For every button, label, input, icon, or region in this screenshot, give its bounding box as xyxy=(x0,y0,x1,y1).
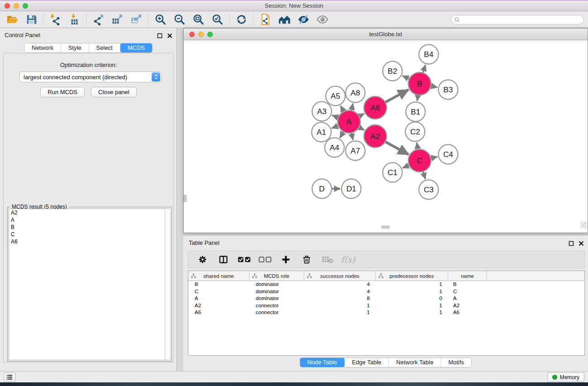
status-bar: Memory xyxy=(0,371,588,382)
mcds-result-item[interactable]: A6 xyxy=(9,238,165,245)
zoom-out-icon xyxy=(173,14,186,25)
table-cell: B xyxy=(449,281,488,288)
tab-mcds[interactable]: MCDS xyxy=(120,43,152,52)
select-all-columns-icon xyxy=(238,255,251,264)
column-header-MCDS-role[interactable]: MCDS role xyxy=(249,271,305,281)
new-network-from-selection-button[interactable] xyxy=(257,13,274,27)
mcds-result-item[interactable]: A2 xyxy=(9,209,165,216)
node-table: shared nameMCDS rolesuccessor nodesprede… xyxy=(188,271,585,356)
refresh-layout-button[interactable] xyxy=(233,13,250,27)
table-cell: 4 xyxy=(305,288,376,295)
table-cell: A2 xyxy=(188,302,249,310)
float-panel-icon[interactable] xyxy=(157,32,163,38)
open-session-button[interactable] xyxy=(4,13,21,27)
mcds-result-scrollbar[interactable] xyxy=(165,209,171,360)
table-cell: connector xyxy=(249,302,305,310)
table-cell: dominator xyxy=(249,288,305,295)
close-window-button[interactable] xyxy=(5,3,10,9)
zoom-selected-icon xyxy=(211,14,224,25)
tab-style[interactable]: Style xyxy=(61,43,89,52)
memory-button[interactable]: Memory xyxy=(547,372,584,382)
tab-node-table[interactable]: Node Table xyxy=(300,358,345,367)
show-graphics-details-icon xyxy=(278,14,291,25)
table-cell: dominator xyxy=(249,295,305,302)
network-zoom-button[interactable] xyxy=(207,32,213,37)
vertical-scrollbar-thumb[interactable] xyxy=(184,195,186,202)
deselect-all-columns-button[interactable] xyxy=(257,253,272,267)
node-label-B4: B4 xyxy=(424,50,434,59)
import-table-button[interactable] xyxy=(66,13,83,27)
toolbar-separator xyxy=(86,14,86,25)
table-panel-header: Table Panel xyxy=(183,238,588,248)
import-network-icon xyxy=(49,14,62,25)
export-image-button[interactable] xyxy=(128,13,145,27)
delete-column-button[interactable] xyxy=(299,253,314,267)
table-row[interactable]: Adominator80A xyxy=(188,295,584,302)
close-panel-icon[interactable] xyxy=(167,32,172,38)
column-header-predecessor-nodes[interactable]: predecessor nodes xyxy=(376,271,448,281)
hide-selected-button[interactable] xyxy=(295,13,312,27)
select-all-columns-button[interactable] xyxy=(236,253,252,267)
tab-network-table[interactable]: Network Table xyxy=(389,358,441,367)
table-row[interactable]: A2connector11A2 xyxy=(188,302,584,310)
mcds-result-item[interactable]: A xyxy=(9,216,165,224)
show-all-button[interactable] xyxy=(314,13,331,27)
table-row[interactable]: A6connector11A6 xyxy=(188,309,584,316)
function-builder-icon: f(x) xyxy=(341,255,355,264)
memory-status-dot xyxy=(552,375,557,380)
export-network-icon xyxy=(92,14,105,25)
tab-edge-table[interactable]: Edge Table xyxy=(344,358,389,367)
refresh-layout-icon xyxy=(235,14,248,25)
task-history-button[interactable] xyxy=(4,372,15,382)
delete-table-icon xyxy=(322,255,333,264)
close-panel-button[interactable]: Close panel xyxy=(91,87,137,97)
network-minimize-button[interactable] xyxy=(198,32,204,37)
table-cell: 1 xyxy=(376,309,449,316)
horizontal-scrollbar-thumb[interactable] xyxy=(382,226,389,229)
import-table-icon xyxy=(68,14,81,25)
control-panel-tabs: NetworkStyleSelectMCDS xyxy=(24,43,153,53)
zoom-selected-button[interactable] xyxy=(209,13,226,27)
node-label-A1: A1 xyxy=(317,128,326,137)
save-session-icon xyxy=(25,14,38,25)
network-canvas[interactable]: B4B2BB3A5A8A6B1A3AA1C2A2A4A7C4CC1C3DD1 xyxy=(184,40,588,229)
zoom-window-button[interactable] xyxy=(23,3,28,9)
show-column-panel-button[interactable] xyxy=(215,253,231,267)
mcds-result-item[interactable]: B xyxy=(9,224,165,231)
add-column-button[interactable] xyxy=(278,253,293,267)
tab-select[interactable]: Select xyxy=(89,43,120,52)
float-table-panel-icon[interactable] xyxy=(569,240,574,245)
node-label-A6: A6 xyxy=(371,104,380,112)
table-row[interactable]: Bdominator41B xyxy=(188,281,584,288)
column-header-successor-nodes[interactable]: successor nodes xyxy=(304,271,376,281)
export-network-button[interactable] xyxy=(90,13,107,27)
export-table-button[interactable] xyxy=(109,13,126,27)
table-settings-gear-button[interactable] xyxy=(195,253,210,267)
optimization-dropdown[interactable]: largest connected component (directed) xyxy=(19,71,162,82)
zoom-fit-icon xyxy=(192,14,205,25)
show-graphics-details-button[interactable] xyxy=(276,13,293,27)
tab-network[interactable]: Network xyxy=(24,43,61,52)
network-close-button[interactable] xyxy=(189,32,195,37)
search-input[interactable] xyxy=(460,16,583,24)
shared-column-icon xyxy=(252,273,258,279)
mcds-result-item[interactable]: C xyxy=(9,231,165,238)
workspace: Control Panel NetworkStyleSelectMCDS Opt… xyxy=(0,28,588,371)
main-toolbar xyxy=(0,11,588,28)
zoom-out-button[interactable] xyxy=(171,13,188,27)
node-label-A3: A3 xyxy=(317,107,327,116)
column-header-name[interactable]: name xyxy=(448,271,488,281)
close-table-panel-icon[interactable] xyxy=(578,240,584,245)
import-network-button[interactable] xyxy=(47,13,64,27)
resize-grip[interactable] xyxy=(581,222,587,229)
table-row[interactable]: Cdominator41C xyxy=(188,288,584,295)
zoom-in-button[interactable] xyxy=(152,13,169,27)
minimize-window-button[interactable] xyxy=(14,3,19,9)
zoom-fit-button[interactable] xyxy=(190,13,207,27)
save-session-button[interactable] xyxy=(23,13,40,27)
column-header-shared-name[interactable]: shared name xyxy=(188,271,249,281)
cytoscape-app-window: Session: New Session Control Panel Netwo… xyxy=(0,0,588,386)
node-label-A: A xyxy=(346,118,352,126)
run-mcds-button[interactable]: Run MCDS xyxy=(40,87,85,97)
tab-motifs[interactable]: Motifs xyxy=(441,358,471,367)
